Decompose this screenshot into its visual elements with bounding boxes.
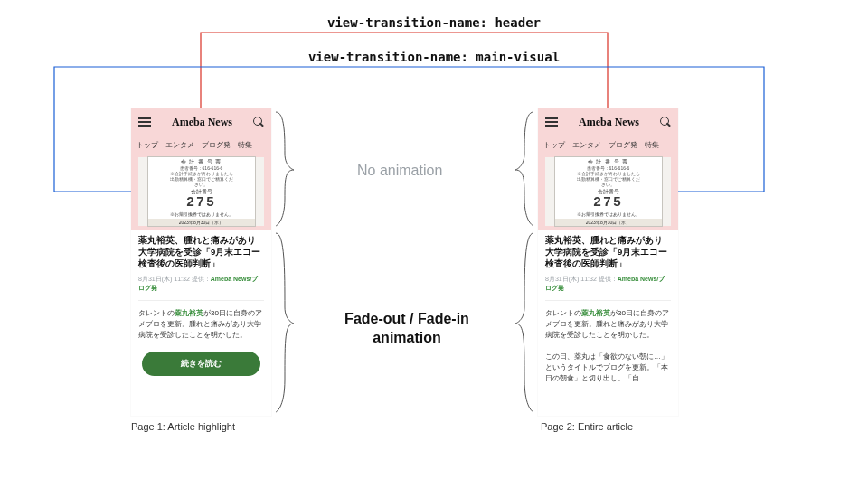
ticket-note: ※お薬引換券ではありません。: [152, 211, 251, 217]
main-visual: 会 計 番 号 票 患者番号：616-616-6 ※会計手続きが終わりましたら …: [131, 154, 271, 230]
tab-entame[interactable]: エンタメ: [572, 140, 601, 150]
ticket-image: 会 計 番 号 票 患者番号：616-616-6 ※会計手続きが終わりましたら …: [147, 156, 256, 227]
meta-date: 8月31日(木) 11:32: [545, 276, 597, 282]
tab-feature[interactable]: 特集: [238, 140, 252, 150]
body-link[interactable]: 薬丸裕英: [175, 309, 203, 317]
body-pre: タレントの: [545, 309, 581, 317]
connector-lines: view-transition-name: header view-transi…: [0, 0, 868, 488]
fade-line2: animation: [373, 330, 441, 345]
read-more-button[interactable]: 続きを読む: [142, 352, 260, 376]
ticket-date: 2023年8月30日（水）: [148, 219, 255, 226]
ticket-note: ※お薬引換券ではありません。: [559, 211, 658, 217]
article-headline[interactable]: 薬丸裕英、腫れと痛みがあり大学病院を受診「9月末エコー検査後の医師判断」: [131, 230, 271, 275]
nav-tabs: トップ エンタメ ブログ発 特集: [131, 136, 271, 154]
meta-provider-label: 提供：: [192, 276, 211, 282]
article-headline[interactable]: 薬丸裕英、腫れと痛みがあり大学病院を受診「9月末エコー検査後の医師判断」: [538, 230, 678, 275]
search-icon[interactable]: [253, 117, 264, 127]
ticket-sub2: ※会計手続きが終わりましたら 出動精算機・窓口でご精算くだ さい。: [559, 171, 658, 187]
visual-annotation: view-transition-name: main-visual: [308, 50, 560, 64]
fade-line1: Fade-out / Fade-in: [344, 311, 469, 326]
ticket-num-label: 会計番号: [152, 189, 251, 195]
phone-page2: Ameba News トップ エンタメ ブログ発 特集 会 計 番 号 票 患者…: [538, 108, 678, 416]
hamburger-icon[interactable]: [138, 117, 151, 127]
no-animation-label: No animation: [357, 163, 442, 179]
tab-top[interactable]: トップ: [543, 140, 565, 150]
divider: [138, 300, 264, 301]
tab-blog[interactable]: ブログ発: [609, 140, 637, 150]
body-para2: この日、薬丸は「食欲のない朝に…」というタイトルでブログを更新。「本日の朝食」と…: [545, 352, 668, 382]
ticket-num-label: 会計番号: [559, 189, 658, 195]
header-region: Ameba News トップ エンタメ ブログ発 特集: [538, 108, 678, 154]
article-body-full: タレントの薬丸裕英が30日に自身のアメブロを更新。腫れと痛みがあり大学病院を受診…: [538, 305, 678, 388]
meta-provider-label: 提供：: [599, 276, 618, 282]
body-link[interactable]: 薬丸裕英: [581, 309, 610, 317]
tab-feature[interactable]: 特集: [645, 140, 659, 150]
tab-entame[interactable]: エンタメ: [165, 140, 194, 150]
ticket-sub2: ※会計手続きが終わりましたら 出動精算機・窓口でご精算くだ さい。: [152, 171, 251, 187]
ticket-title: 会 計 番 号 票: [559, 159, 658, 165]
header-annotation: view-transition-name: header: [327, 15, 541, 30]
nav-tabs: トップ エンタメ ブログ発 特集: [538, 136, 678, 154]
ticket-date: 2023年8月30日（水）: [555, 219, 662, 226]
fade-animation-label: Fade-out / Fade-in animation: [335, 310, 479, 348]
ticket-image: 会 計 番 号 票 患者番号：616-616-6 ※会計手続きが終わりましたら …: [554, 156, 663, 227]
hamburger-icon[interactable]: [545, 117, 558, 127]
ticket-num: 275: [559, 195, 658, 211]
tab-top[interactable]: トップ: [137, 140, 158, 150]
article-meta: 8月31日(木) 11:32 提供：Ameba News/ブログ発: [131, 275, 271, 296]
caption-page2: Page 2: Entire article: [541, 421, 633, 432]
header-region: Ameba News トップ エンタメ ブログ発 特集: [131, 108, 271, 154]
phone-page1: Ameba News トップ エンタメ ブログ発 特集 会 計 番 号 票 患者…: [131, 108, 271, 416]
body-pre: タレントの: [138, 309, 175, 317]
ticket-num: 275: [152, 195, 251, 211]
search-icon[interactable]: [660, 117, 671, 127]
article-body-preview: タレントの薬丸裕英が30日に自身のアメブロを更新。腫れと痛みがあり大学病院を受診…: [131, 305, 271, 344]
site-logo[interactable]: Ameba News: [579, 116, 639, 129]
article-meta: 8月31日(木) 11:32 提供：Ameba News/ブログ発: [538, 275, 678, 296]
divider: [545, 300, 671, 301]
caption-page1: Page 1: Article highlight: [131, 421, 235, 432]
ticket-title: 会 計 番 号 票: [152, 159, 251, 165]
site-logo[interactable]: Ameba News: [172, 116, 232, 129]
main-visual: 会 計 番 号 票 患者番号：616-616-6 ※会計手続きが終わりましたら …: [538, 154, 678, 230]
tab-blog[interactable]: ブログ発: [202, 140, 231, 150]
meta-date: 8月31日(木) 11:32: [138, 276, 190, 282]
